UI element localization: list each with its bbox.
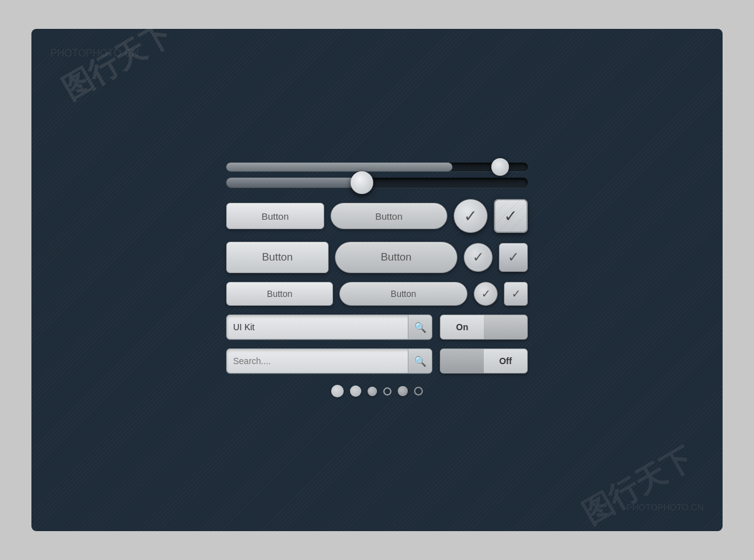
toggle-on-label[interactable]: On: [440, 315, 484, 339]
checkbox-1[interactable]: ✓: [494, 199, 528, 233]
button-row-1: Button Button ✓ ✓: [226, 199, 528, 233]
watermark-logo-tl: PHOTOPHOTO.CN: [50, 48, 139, 59]
sliders-section: [226, 163, 528, 188]
toggle-off-wrap[interactable]: Off: [440, 348, 528, 374]
radio-check-3[interactable]: ✓: [474, 282, 498, 306]
checkbox-2[interactable]: ✓: [499, 243, 528, 272]
checkbox-icon-2: ✓: [508, 249, 519, 266]
button-row-2: Button Button ✓ ✓: [226, 242, 528, 273]
button-pill-2[interactable]: Button: [335, 242, 457, 273]
toggle-off-inactive[interactable]: [484, 315, 527, 339]
dot-2[interactable]: [350, 385, 361, 397]
checkbox-icon-3: ✓: [511, 287, 521, 301]
watermark-top-left: 图行天下: [55, 29, 179, 109]
button-pill-3[interactable]: Button: [339, 282, 467, 306]
check-icon-3: ✓: [481, 287, 491, 301]
dot-4[interactable]: [383, 387, 391, 396]
ui-kit-panel: Button Button ✓ ✓ Button Button ✓ ✓ Butt…: [226, 144, 528, 416]
slider-thumb-1[interactable]: [491, 158, 509, 176]
watermark-bottom-right: 图行天下: [575, 438, 699, 531]
radio-check-2[interactable]: ✓: [464, 243, 493, 272]
toggle-on-wrap[interactable]: On: [440, 315, 528, 340]
search-icon-1: 🔍: [414, 321, 427, 333]
button-rect-2[interactable]: Button: [226, 242, 329, 273]
check-icon-2: ✓: [473, 249, 484, 266]
button-rect-1[interactable]: Button: [226, 203, 324, 229]
button-row-3: Button Button ✓ ✓: [226, 282, 528, 306]
main-frame: 图行天下 图行天下 PHOTOPHOTO.CN PHOTOPHOTO.CN Bu…: [31, 29, 723, 531]
search-icon-2: 🔍: [414, 355, 427, 367]
search-input-wrap-1: 🔍: [226, 315, 432, 340]
search-button-2[interactable]: 🔍: [408, 349, 432, 373]
button-rect-3[interactable]: Button: [226, 282, 333, 306]
search-toggle-row-1: 🔍 On: [226, 315, 528, 340]
search-toggle-row-2: 🔍 Off: [226, 348, 528, 374]
slider-thumb-2[interactable]: [351, 171, 373, 194]
pagination-dots: [226, 385, 528, 397]
slider-fill-1: [226, 163, 452, 171]
slider-track-1: [226, 163, 528, 171]
search-input-2[interactable]: [227, 349, 408, 373]
search-button-1[interactable]: 🔍: [408, 315, 432, 339]
slider-fill-2: [226, 178, 362, 188]
watermark-logo-br: PHOTOPHOTO.CN: [626, 502, 704, 512]
radio-check-1[interactable]: ✓: [454, 199, 488, 233]
toggle-off-label[interactable]: Off: [484, 349, 527, 373]
button-pill-1[interactable]: Button: [331, 203, 447, 229]
dot-3[interactable]: [368, 387, 377, 396]
checkbox-icon-1: ✓: [504, 207, 518, 226]
search-input-1[interactable]: [227, 315, 408, 339]
check-icon-1: ✓: [464, 207, 478, 226]
toggle-on-inactive[interactable]: [440, 349, 484, 373]
search-input-wrap-2: 🔍: [226, 348, 432, 374]
dot-6[interactable]: [414, 387, 423, 396]
checkbox-3[interactable]: ✓: [504, 282, 528, 306]
dot-1[interactable]: [331, 385, 344, 397]
dot-5[interactable]: [398, 386, 408, 396]
slider-track-2: [226, 178, 528, 188]
